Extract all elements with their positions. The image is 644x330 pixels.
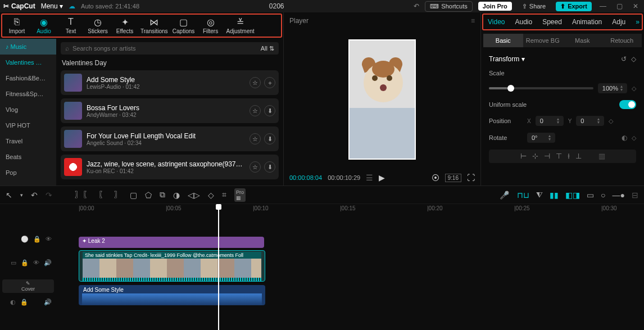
favorite-icon[interactable]: ☆ [250, 105, 261, 116]
share-button[interactable]: ⇪ Share [518, 2, 550, 11]
minimize-button[interactable]: — [597, 2, 609, 10]
track-aud-io[interactable]: ◐ [10, 299, 16, 306]
audio-cat[interactable]: Pop [0, 165, 56, 180]
audio-cat[interactable]: Travel [0, 133, 56, 149]
favorite-icon[interactable]: ☆ [250, 161, 261, 173]
playhead[interactable] [218, 204, 219, 330]
zoom-slider[interactable]: —● [613, 191, 625, 200]
audio-cat[interactable]: VIP HOT [0, 117, 56, 133]
align-top-icon[interactable]: ⊤ [556, 152, 562, 161]
position-x[interactable]: 0▴▾ [536, 116, 564, 126]
tool-tab-stickers[interactable]: ◷Stickers [87, 17, 109, 34]
doc-name[interactable]: 0206 [269, 2, 284, 10]
inspector-tab-animation[interactable]: Animation [572, 18, 602, 26]
track-vid-eye[interactable]: 👁 [33, 259, 39, 266]
fullscreen-icon[interactable]: ⛶ [467, 173, 475, 182]
align-left-icon[interactable]: ⊢ [520, 152, 527, 161]
snap-icon[interactable]: ▮▮ [550, 191, 559, 200]
inspector-tab-video[interactable]: Video [488, 18, 505, 26]
undo-button[interactable]: ↶ [31, 191, 38, 200]
audio-cat[interactable]: Vlog [0, 102, 56, 117]
search-filter-all[interactable]: All ⇅ [261, 45, 274, 52]
align-center-v-icon[interactable]: ⫲ [568, 152, 570, 161]
tool-tab-effects[interactable]: ✦Effects [114, 17, 136, 34]
split-tool[interactable]: 〗〖 [75, 190, 90, 200]
pro-tool[interactable]: Pro▦ [234, 188, 246, 202]
favorite-icon[interactable]: ☆ [250, 77, 261, 88]
tool-tab-filters[interactable]: ◎Filters [199, 17, 222, 34]
track-aud-lock[interactable]: 🔒 [20, 299, 28, 306]
tool-tab-transitions[interactable]: ⋈Transitions [140, 17, 168, 34]
menu-button[interactable]: Menu ▾ [41, 2, 63, 10]
audio-head-music[interactable]: ♪ Music [0, 39, 56, 55]
rotate-tool[interactable]: ◇ [208, 191, 214, 200]
mirror-tool[interactable]: ◁▷ [188, 191, 200, 200]
mic-icon[interactable]: 🎤 [500, 191, 509, 200]
audio-cat[interactable]: Fitness&Sp… [0, 86, 56, 102]
audio-track[interactable]: For Your Love Full Length Vocal EditAnge… [61, 126, 279, 151]
pointer-drop[interactable]: ▾ [20, 192, 23, 198]
redo-button[interactable]: ↷ [46, 191, 52, 200]
transform-header[interactable]: Transform ▾ [489, 55, 525, 63]
align-more-icon[interactable]: ▥ [598, 152, 605, 161]
subtab-basic[interactable]: Basic [483, 34, 523, 47]
tool-tab-text[interactable]: TText [60, 17, 82, 34]
cover-button[interactable]: ✎Cover [2, 279, 54, 293]
copy-tool[interactable]: ⧉ [160, 190, 165, 200]
tool-tab-import[interactable]: ⎘Import [6, 17, 28, 34]
inspector-tab-audio[interactable]: Audio [515, 18, 532, 26]
tool-tab-captions[interactable]: ▢Captions [173, 17, 195, 34]
magnet-icon[interactable]: ⊓⊔ [517, 191, 529, 200]
tool-tab-audio[interactable]: ◉Audio [33, 17, 55, 34]
rotate-value[interactable]: 0°▴▾ [527, 133, 555, 143]
player-list-icon[interactable]: ☰ [366, 173, 373, 182]
pointer-tool[interactable]: ↖ [6, 191, 12, 200]
preview-icon[interactable]: ◧◨ [565, 191, 580, 200]
clip-video[interactable]: She said stinkies Tap Credit- lexiiii_19… [79, 250, 265, 282]
download-icon[interactable]: ⬇ [264, 105, 275, 116]
track-fx-lock2[interactable]: 🔒 [33, 236, 41, 243]
clip-audio[interactable]: Add Some Style [79, 285, 265, 305]
subtab-remove-bg[interactable]: Remove BG [523, 34, 563, 47]
export-button[interactable]: ⬆ Export [556, 2, 592, 11]
track-aud-mute[interactable]: 🔊 [44, 299, 52, 306]
trim-right-tool[interactable]: 〗 [114, 190, 122, 200]
track-fx-eye[interactable]: 👁 [46, 236, 52, 242]
download-icon[interactable]: ⬇ [264, 161, 275, 173]
joinpro-button[interactable]: Join Pro [478, 2, 512, 11]
link-icon[interactable]: ⧨ [536, 190, 543, 200]
history-icon[interactable]: ↶ [414, 2, 419, 10]
snapshot-icon[interactable]: ⦿ [432, 173, 439, 182]
download-icon[interactable]: ⬇ [264, 133, 275, 144]
audio-cat[interactable]: Beats [0, 149, 56, 165]
tool-tab-adjustment[interactable]: ≚Adjustment [226, 17, 255, 34]
shortcuts-button[interactable]: ⌨ Shortcuts [425, 1, 472, 12]
subtab-retouch[interactable]: Retouch [602, 34, 642, 47]
reverse-tool[interactable]: ◑ [173, 191, 180, 200]
track-vid-mute[interactable]: 🔊 [44, 259, 52, 266]
player-viewport[interactable] [284, 29, 480, 170]
close-button[interactable]: ✕ [631, 2, 641, 10]
position-y[interactable]: 0▴▾ [576, 116, 604, 126]
audio-cat[interactable]: Valentines … [0, 55, 56, 70]
track-vid-lock[interactable]: 🔒 [21, 259, 29, 266]
audio-track[interactable]: Jazz, wine, love scene, astringent saxop… [61, 155, 279, 179]
track-fx-lock[interactable]: ⚪ [21, 236, 29, 243]
audio-track[interactable]: Add Some StyleLewisP-Audio · 01:42☆＋ [61, 70, 279, 95]
scale-keyframe[interactable]: ◇ [632, 85, 636, 92]
align-center-h-icon[interactable]: ⊹ [532, 152, 538, 161]
rotate-keyframe[interactable]: ◇ [632, 134, 636, 142]
shield-tool[interactable]: ⬠ [145, 191, 152, 200]
align-bottom-icon[interactable]: ⊥ [575, 152, 582, 161]
monitor-icon[interactable]: ▭ [587, 191, 594, 200]
align-right-icon[interactable]: ⊣ [544, 152, 550, 161]
reset-icon[interactable]: ↺ [621, 55, 627, 63]
add-icon[interactable]: ＋ [264, 77, 275, 88]
inspector-tabs-more[interactable]: » [636, 18, 640, 26]
search-input[interactable] [72, 45, 257, 52]
maximize-button[interactable]: ▢ [614, 2, 625, 10]
inspector-tab-speed[interactable]: Speed [542, 18, 562, 26]
timeline-ruler[interactable]: |00:00|00:05|00:10|00:15|00:20|00:25|00:… [56, 204, 644, 215]
collapse-icon[interactable]: ⊟ [632, 191, 638, 200]
rotate-dial[interactable]: ◐ [622, 134, 627, 142]
